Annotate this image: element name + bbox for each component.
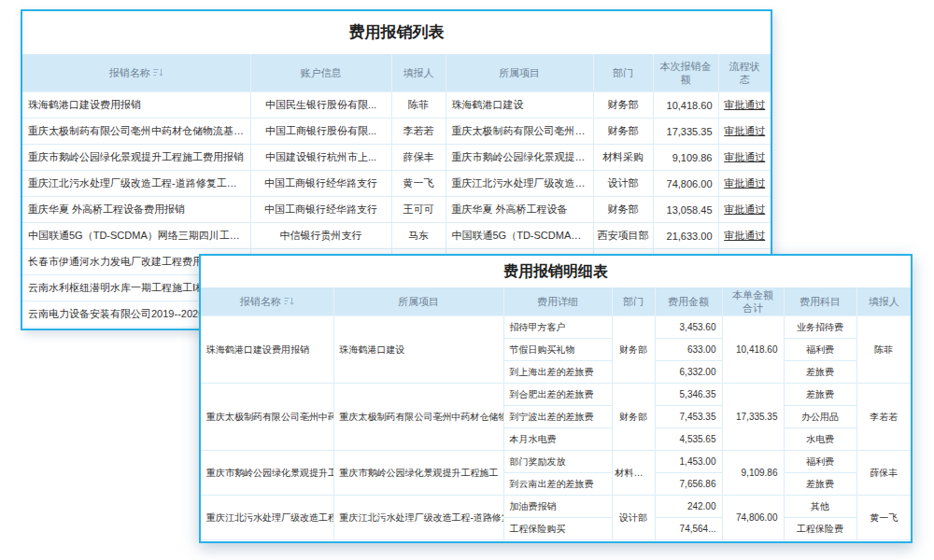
column-header-reporter: 填报人 (391, 54, 446, 92)
department-cell: 设计部 (612, 496, 655, 540)
account-info-cell: 中国工商银行经华路支行 (250, 197, 391, 223)
amount-cell: 242.00 (655, 496, 722, 518)
status-link[interactable]: 审批通过 (718, 145, 771, 171)
reporter-link[interactable]: 黄一飞 (856, 496, 911, 540)
table-row: 重庆市鹅岭公园绿化景观提升工程 重庆市鹅岭公园绿化景观提升工程施工 部门奖励发放… (201, 451, 911, 473)
total-amount-cell: 74,806.00 (722, 496, 784, 540)
expense-name-link[interactable]: 重庆太极制药有限公司亳州中药材 (201, 384, 333, 451)
detail-cell: 加油费报销 (503, 496, 612, 518)
detail-cell: 到云南出差的差旅费 (503, 473, 612, 496)
expense-name-link[interactable]: 中国联通5G（TD-SCDMA）网络三期四川工程费... (22, 223, 250, 249)
reporter-link[interactable]: 薛保丰 (856, 451, 911, 496)
table-row: 中国联通5G（TD-SCDMA）网络三期四川工程费... 中信银行贵州支行 马东… (22, 223, 771, 249)
project-link[interactable]: 珠海鹤港口建设 (446, 92, 593, 119)
total-amount-cell: 17,335.35 (722, 384, 784, 451)
expense-detail-panel: 费用报销明细表 报销名称 所属项目 费用详细 部门 费用金额 本单金额合计 费用… (199, 254, 913, 543)
project-link[interactable]: 珠海鹤港口建设 (333, 316, 503, 384)
table-row: 重庆江北污水处理厂级改造工程-道路修复工程费用报销 重庆江北污水处理厂级改造工程… (201, 496, 911, 518)
subject-cell: 其他 (784, 496, 856, 518)
status-link[interactable]: 审批通过 (718, 197, 771, 223)
column-header-total: 本单金额合计 (722, 287, 784, 316)
department-cell[interactable]: 财务部 (593, 119, 653, 145)
project-link[interactable]: 重庆市鹅岭公园绿化景观提升工程施工 (333, 451, 503, 496)
expense-name-link[interactable]: 重庆市鹅岭公园绿化景观提升工程施工费用报销 (22, 145, 250, 171)
subject-cell: 差旅费 (784, 361, 856, 384)
status-link[interactable]: 审批通过 (718, 223, 771, 249)
detail-cell: 到上海出差的差旅费 (503, 361, 612, 384)
column-header-name[interactable]: 报销名称 (201, 287, 333, 316)
expense-name-link[interactable]: 珠海鹤港口建设费用报销 (22, 92, 250, 119)
reporter-link[interactable]: 王可可 (391, 197, 446, 223)
sort-icon[interactable] (153, 67, 163, 80)
department-cell[interactable]: 财务部 (593, 197, 653, 223)
amount-cell: 21,633.00 (653, 223, 718, 249)
department-cell: 材料采购 (612, 451, 655, 496)
expense-name-link[interactable]: 重庆太极制药有限公司亳州中药材仓储物流基地项... (22, 119, 250, 145)
column-header-reporter: 填报人 (856, 287, 911, 316)
department-cell[interactable]: 材料采购 (593, 145, 653, 171)
table-header-row: 报销名称 账户信息 填报人 所属项目 部门 本次报销金额 流程状态 (22, 54, 771, 92)
department-cell[interactable]: 西安项目部 (593, 223, 653, 249)
subject-cell: 业务招待费 (784, 316, 856, 339)
column-header-name[interactable]: 报销名称 (22, 54, 250, 92)
status-link[interactable]: 审批通过 (718, 92, 771, 119)
table-row: 珠海鹤港口建设费用报销 珠海鹤港口建设 招待甲方客户 财务部 3,453.60 … (201, 316, 911, 339)
expense-name-link[interactable]: 重庆市鹅岭公园绿化景观提升工程 (201, 451, 333, 496)
subject-cell: 差旅费 (784, 384, 856, 406)
column-header-dept: 部门 (593, 54, 653, 92)
column-header-project: 所属项目 (333, 287, 503, 316)
detail-cell: 到合肥出差的差旅费 (503, 384, 612, 406)
reporter-link[interactable]: 薛保丰 (391, 145, 446, 171)
reporter-link[interactable]: 陈菲 (856, 316, 911, 384)
project-link[interactable]: 中国联通5G（TD-SCDMA）网... (446, 223, 593, 249)
reporter-link[interactable]: 黄一飞 (391, 171, 446, 197)
column-header-amount: 费用金额 (655, 287, 722, 316)
expense-name-link[interactable]: 重庆华夏 外高桥工程设备费用报销 (22, 197, 250, 223)
status-link[interactable]: 审批通过 (718, 171, 771, 197)
subject-cell: 工程保险费 (784, 518, 856, 540)
expense-detail-table: 报销名称 所属项目 费用详细 部门 费用金额 本单金额合计 费用科目 填报人 珠… (201, 287, 911, 540)
account-info-cell: 中国建设银行杭州市上... (250, 145, 391, 171)
column-header-detail: 费用详细 (503, 287, 612, 316)
reporter-link[interactable]: 陈菲 (391, 92, 446, 119)
status-link[interactable]: 审批通过 (718, 119, 771, 145)
detail-cell: 部门奖励发放 (503, 451, 612, 473)
column-header-dept: 部门 (612, 287, 655, 316)
amount-cell: 633.00 (655, 339, 722, 361)
amount-cell: 13,058.45 (653, 197, 718, 223)
project-link[interactable]: 重庆华夏 外高桥工程设备 (446, 197, 593, 223)
subject-cell: 福利费 (784, 451, 856, 473)
expense-name-link[interactable]: 重庆江北污水处理厂级改造工程-道路修复工程费用... (22, 171, 250, 197)
project-link[interactable]: 重庆太极制药有限公司亳州中... (446, 119, 593, 145)
project-link[interactable]: 重庆市鹅岭公园绿化景观提升... (446, 145, 593, 171)
department-cell[interactable]: 设计部 (593, 171, 653, 197)
reporter-link[interactable]: 李若若 (856, 384, 911, 451)
sort-icon[interactable] (284, 296, 294, 309)
amount-cell: 7,656.86 (655, 473, 722, 496)
table-row: 重庆江北污水处理厂级改造工程-道路修复工程费用... 中国工商银行经华路支行 黄… (22, 171, 771, 197)
project-link[interactable]: 重庆江北污水处理厂级改造工程-道路修复工程 (333, 496, 503, 540)
table-row: 珠海鹤港口建设费用报销 中国民生银行股份有限... 陈菲 珠海鹤港口建设 财务部… (22, 92, 771, 119)
reporter-link[interactable]: 李若若 (391, 119, 446, 145)
subject-cell: 差旅费 (784, 473, 856, 496)
reporter-link[interactable]: 马东 (391, 223, 446, 249)
total-amount-cell: 9,109.86 (722, 451, 784, 496)
project-link[interactable]: 重庆太极制药有限公司亳州中药材仓储物流 (333, 384, 503, 451)
department-cell: 财务部 (612, 384, 655, 451)
account-info-cell: 中国工商银行股份有限... (250, 119, 391, 145)
subject-cell: 办公用品 (784, 406, 856, 428)
account-info-cell: 中国民生银行股份有限... (250, 92, 391, 119)
column-header-subject: 费用科目 (784, 287, 856, 316)
amount-cell: 5,346.35 (655, 384, 722, 406)
column-header-amount: 本次报销金额 (653, 54, 718, 92)
department-cell: 财务部 (612, 316, 655, 384)
account-info-cell: 中信银行贵州支行 (250, 223, 391, 249)
detail-cell: 本月水电费 (503, 428, 612, 451)
column-header-project: 所属项目 (446, 54, 593, 92)
amount-cell: 74,806.00 (653, 171, 718, 197)
department-cell[interactable]: 财务部 (593, 92, 653, 119)
project-link[interactable]: 重庆江北污水处理厂级改造工... (446, 171, 593, 197)
expense-name-link[interactable]: 重庆江北污水处理厂级改造工程-道路修复工程费用报销 (201, 496, 333, 540)
expense-name-link[interactable]: 珠海鹤港口建设费用报销 (201, 316, 333, 384)
detail-cell: 工程保险购买 (503, 518, 612, 540)
